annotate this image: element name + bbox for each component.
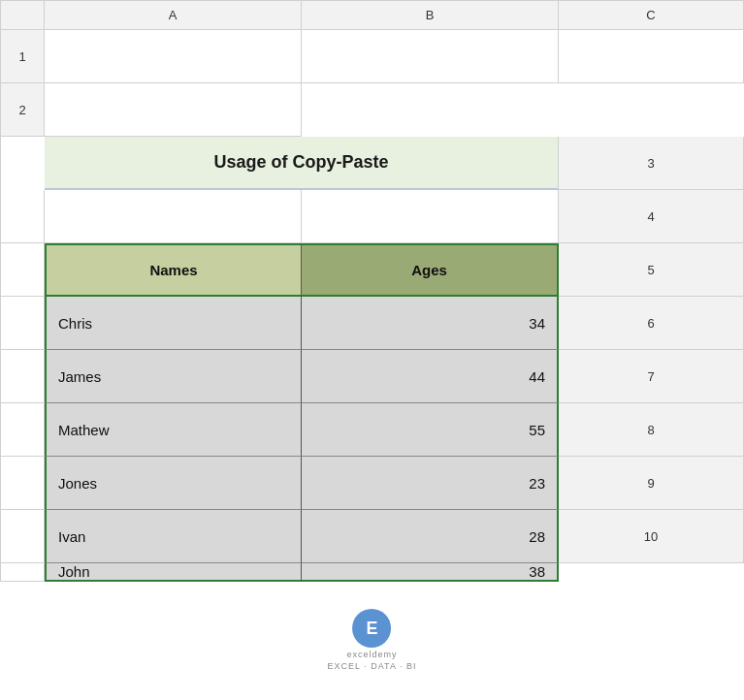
cell-a10[interactable] [1,563,45,582]
row-header-8: 8 [559,403,744,457]
cell-a5[interactable] [1,297,45,350]
col-header-c[interactable]: C [559,1,744,30]
cell-name-5[interactable]: John [45,563,302,582]
cell-age-2[interactable]: 55 [302,403,559,457]
corner-header [1,1,45,30]
cell-a4[interactable] [1,243,45,297]
row-header-9: 9 [559,457,744,510]
cell-b3[interactable] [45,190,302,243]
row-header-7: 7 [559,350,744,403]
cell-age-1[interactable]: 44 [302,350,559,403]
col-header-b[interactable]: B [302,1,559,30]
cell-a3[interactable] [1,190,45,243]
row-header-3: 3 [559,137,744,190]
table-header-names: Names [45,243,302,297]
title-cell[interactable]: Usage of Copy-Paste [45,137,559,190]
row-header-1: 1 [1,30,45,83]
watermark-icon: E [366,619,377,639]
watermark: E exceldemy EXCEL · DATA · BI [328,609,417,671]
grid: A B C 1 2 Usage of Copy-Paste 3 4 Names … [0,0,744,582]
watermark-line1: exceldemy [346,650,397,659]
cell-a7[interactable] [1,403,45,457]
spreadsheet: A B C 1 2 Usage of Copy-Paste 3 4 Names … [0,0,744,700]
cell-age-5[interactable]: 38 [302,563,559,582]
cell-a9[interactable] [1,510,45,563]
cell-a1[interactable] [45,30,302,83]
col-header-a[interactable]: A [45,1,302,30]
row-header-5: 5 [559,243,744,297]
cell-c3[interactable] [302,190,559,243]
row-header-4: 4 [559,190,744,243]
cell-a8[interactable] [1,457,45,510]
cell-age-0[interactable]: 34 [302,297,559,350]
cell-age-4[interactable]: 28 [302,510,559,563]
cell-b1[interactable] [302,30,559,83]
watermark-line2: EXCEL · DATA · BI [328,661,417,671]
row-header-2: 2 [1,83,45,137]
cell-a6[interactable] [1,350,45,403]
table-header-ages: Ages [302,243,559,297]
cell-name-1[interactable]: James [45,350,302,403]
cell-name-3[interactable]: Jones [45,457,302,510]
row-header-10: 10 [559,510,744,563]
row-header-6: 6 [559,297,744,350]
cell-c1[interactable] [559,30,744,83]
cell-age-3[interactable]: 23 [302,457,559,510]
cell-name-2[interactable]: Mathew [45,403,302,457]
cell-name-0[interactable]: Chris [45,297,302,350]
watermark-logo: E [352,609,391,648]
cell-name-4[interactable]: Ivan [45,510,302,563]
cell-a2[interactable] [45,83,302,137]
